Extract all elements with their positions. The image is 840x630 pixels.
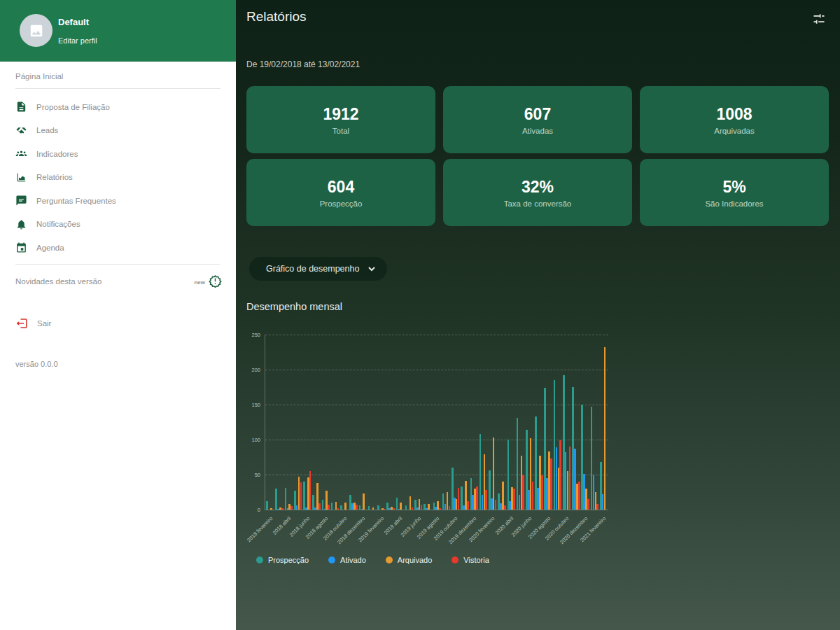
chat-icon [15, 195, 27, 206]
stat-card-prospeccao: 604 Prospecção [246, 159, 435, 226]
bar [578, 482, 580, 510]
bar [596, 504, 598, 510]
y-tick-label: 150 [246, 402, 260, 408]
sidebar-item-label: Relatórios [36, 173, 73, 181]
bar [337, 508, 340, 510]
bar [331, 503, 333, 510]
filter-button[interactable] [812, 12, 826, 26]
bar [504, 505, 506, 510]
sidebar-item-label: Agenda [36, 244, 64, 252]
bar [363, 493, 365, 510]
legend-item: Prospecção [256, 556, 309, 564]
sidebar-menu: Proposta de Filiação Leads Indicadores R… [0, 95, 236, 260]
stat-label: Total [332, 127, 349, 135]
stat-label: Prospecção [320, 200, 363, 208]
sidebar-item-perguntas[interactable]: Perguntas Frequentes [0, 189, 236, 213]
bar [587, 499, 589, 510]
edit-profile-link[interactable]: Editar perfil [58, 36, 97, 45]
bar [476, 486, 478, 510]
bar [275, 489, 277, 510]
new-releases-icon[interactable] [209, 274, 222, 288]
bar [541, 475, 543, 510]
legend-item: Vistoria [451, 556, 489, 564]
profile-name: Default [58, 17, 89, 27]
y-tick-label: 100 [246, 437, 260, 443]
chart-plot [265, 335, 608, 510]
legend-label: Ativado [340, 556, 366, 564]
chart-legend: ProspecçãoAtivadoArquivadoVistoria [256, 556, 489, 564]
sidebar-item-proposta[interactable]: Proposta de Filiação [0, 95, 236, 119]
stat-value: 5% [722, 178, 746, 197]
bar [569, 447, 571, 510]
sidebar-item-home[interactable]: Página Inicial [15, 72, 63, 80]
stat-card-conversao: 32% Taxa de conversão [443, 159, 632, 226]
avatar[interactable] [20, 14, 52, 47]
bar [290, 506, 293, 510]
stat-value: 607 [524, 105, 551, 124]
stat-label: São Indicadores [705, 200, 763, 208]
tune-icon [812, 12, 826, 26]
bar [396, 498, 398, 510]
chevron-down-icon [368, 265, 376, 273]
main-content: Relatórios De 19/02/2018 até 13/02/2021 … [236, 0, 840, 630]
logout-button[interactable]: Sair [15, 317, 51, 330]
dropdown-value: Gráfico de desempenho [266, 264, 359, 274]
bar [421, 505, 423, 510]
performance-chart: ProspecçãoAtivadoArquivadoVistoria 05010… [246, 323, 834, 582]
bar [309, 471, 312, 510]
stat-label: Ativadas [522, 127, 553, 135]
bar [356, 505, 358, 510]
legend-label: Arquivado [398, 556, 433, 564]
legend-dot [451, 556, 458, 564]
bar [270, 508, 272, 510]
legend-label: Prospecção [268, 556, 309, 564]
profile-header: Default Editar perfil [0, 0, 236, 62]
app-version: versão 0.0.0 [15, 360, 58, 368]
bar [344, 503, 346, 510]
stat-card-total: 1912 Total [246, 86, 435, 153]
sidebar-item-leads[interactable]: Leads [0, 119, 236, 143]
news-badge: new [194, 279, 205, 286]
handshake-icon [15, 125, 27, 136]
bar [428, 504, 430, 510]
bar [485, 490, 487, 510]
chart-type-dropdown[interactable]: Gráfico de desempenho [249, 257, 387, 281]
bar [400, 503, 402, 510]
legend-dot [386, 556, 393, 564]
bar [559, 440, 561, 510]
bar [550, 458, 552, 510]
bar [532, 482, 534, 510]
legend-item: Ativado [328, 556, 366, 564]
bar [318, 503, 321, 510]
legend-dot [328, 556, 335, 564]
legend-item: Arquivado [386, 556, 433, 564]
bar [495, 500, 497, 510]
bar [384, 509, 386, 510]
sidebar-item-relatorios[interactable]: Relatórios [0, 166, 236, 190]
divider [15, 88, 220, 89]
sidebar-item-label: Perguntas Frequentes [36, 197, 116, 205]
bar [300, 482, 302, 510]
page-title: Relatórios [246, 9, 307, 24]
bar [393, 508, 395, 510]
gridline [265, 405, 608, 405]
divider [15, 264, 220, 265]
bar [340, 505, 342, 510]
gridline [265, 440, 608, 440]
bar [604, 347, 606, 510]
stat-card-indicadores: 5% São Indicadores [640, 159, 829, 226]
legend-dot [256, 556, 263, 564]
logout-label: Sair [37, 319, 51, 328]
sidebar-item-notificacoes[interactable]: Notificações [0, 213, 236, 237]
bar [458, 488, 460, 510]
y-tick-label: 0 [246, 507, 260, 513]
stat-value: 1912 [323, 105, 358, 124]
gridline [265, 335, 608, 335]
sidebar-item-agenda[interactable]: Agenda [0, 236, 236, 260]
stat-card-arquivadas: 1008 Arquivadas [640, 86, 829, 153]
bar [405, 505, 407, 510]
bar [281, 508, 284, 510]
sidebar-item-indicadores[interactable]: Indicadores [0, 142, 236, 166]
sidebar-item-label: Notificações [36, 220, 80, 228]
bar-chart-icon [15, 172, 27, 183]
